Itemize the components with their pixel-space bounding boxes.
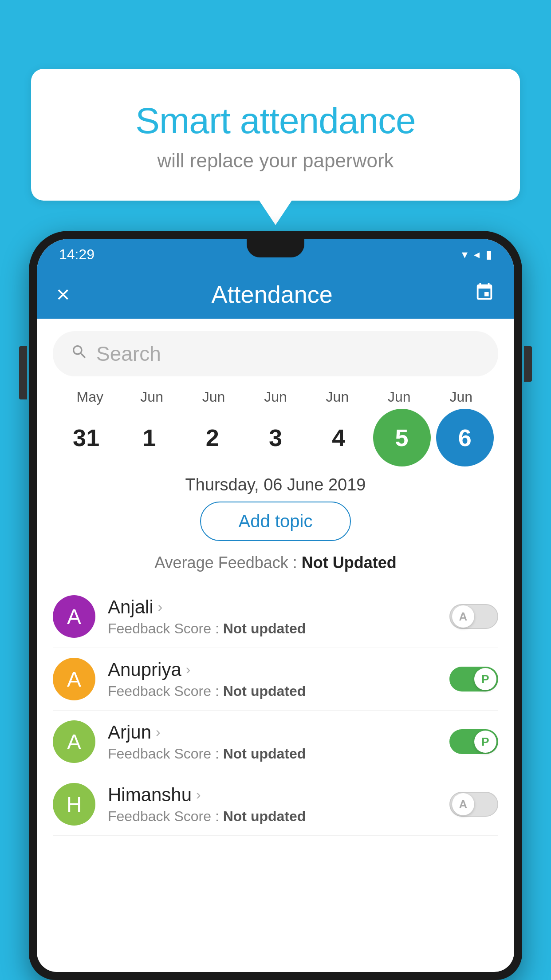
student-name-arjun: Arjun › [108,722,441,743]
student-info-anjali: Anjali › Feedback Score : Not updated [95,597,441,637]
search-bar[interactable]: Search [53,331,498,376]
day-6-selected[interactable]: 6 [436,409,494,466]
month-5: Jun [370,389,428,405]
phone-frame: 14:29 ▾ ◂ ▮ × Attendance S [29,231,522,980]
toggle-knob-himanshu: A [452,793,474,815]
date-label: Thursday, 06 June 2019 [37,475,514,494]
day-4[interactable]: 4 [310,409,367,466]
student-info-anupriya: Anupriya › Feedback Score : Not updated [95,659,441,699]
avg-feedback: Average Feedback : Not Updated [37,553,514,572]
calendar-months: May Jun Jun Jun Jun Jun Jun [50,389,501,405]
student-row-arjun[interactable]: A Arjun › Feedback Score : Not updated P [53,711,498,773]
toggle-switch-arjun[interactable]: P [449,729,498,754]
avatar-arjun: A [53,720,95,763]
student-row-anupriya[interactable]: A Anupriya › Feedback Score : Not update… [53,648,498,711]
speech-bubble-container: Smart attendance will replace your paper… [31,69,520,201]
volume-right [524,346,532,382]
student-row-himanshu[interactable]: H Himanshu › Feedback Score : Not update… [53,773,498,836]
day-5-today[interactable]: 5 [373,409,431,466]
search-icon [71,343,88,365]
student-name-himanshu: Himanshu › [108,784,441,806]
avatar-himanshu: H [53,783,95,826]
student-feedback-anjali: Feedback Score : Not updated [108,620,441,637]
month-6: Jun [432,389,490,405]
chevron-icon: › [186,661,191,678]
wifi-icon: ▾ [462,248,468,261]
student-row-anjali[interactable]: A Anjali › Feedback Score : Not updated … [53,585,498,648]
add-topic-button[interactable]: Add topic [200,502,351,541]
student-feedback-anupriya: Feedback Score : Not updated [108,683,441,699]
bubble-title: Smart attendance [58,100,493,142]
student-info-arjun: Arjun › Feedback Score : Not updated [95,722,441,762]
month-2: Jun [185,389,243,405]
toggle-knob-anupriya: P [474,668,496,690]
toggle-switch-anupriya[interactable]: P [449,667,498,692]
month-0: May [61,389,119,405]
volume-left [19,346,27,399]
calendar-days: 31 1 2 3 4 5 6 [50,409,501,466]
day-2[interactable]: 2 [184,409,241,466]
chevron-icon: › [156,724,161,740]
day-3[interactable]: 3 [247,409,304,466]
chevron-icon: › [158,599,163,615]
month-4: Jun [308,389,366,405]
toggle-arjun[interactable]: P [449,729,498,754]
toggle-knob-anjali: A [452,605,474,628]
toggle-switch-anjali[interactable]: A [449,604,498,629]
signal-icon: ◂ [474,248,480,261]
calendar-icon[interactable] [474,282,495,307]
student-list: A Anjali › Feedback Score : Not updated … [37,585,514,836]
battery-icon: ▮ [486,248,492,261]
toggle-switch-himanshu[interactable]: A [449,792,498,817]
search-input-label[interactable]: Search [96,342,161,366]
toggle-anupriya[interactable]: P [449,667,498,692]
student-name-anjali: Anjali › [108,597,441,618]
day-31[interactable]: 31 [57,409,115,466]
toggle-himanshu[interactable]: A [449,792,498,817]
month-3: Jun [247,389,304,405]
toggle-knob-arjun: P [474,731,496,753]
speech-bubble: Smart attendance will replace your paper… [31,69,520,201]
bubble-subtitle: will replace your paperwork [58,150,493,172]
calendar-strip: May Jun Jun Jun Jun Jun Jun 31 1 2 3 4 5… [37,389,514,466]
chevron-icon: › [196,786,201,803]
student-feedback-himanshu: Feedback Score : Not updated [108,808,441,825]
toggle-anjali[interactable]: A [449,604,498,629]
student-feedback-arjun: Feedback Score : Not updated [108,746,441,762]
avatar-anupriya: A [53,658,95,700]
avg-feedback-value: Not Updated [302,553,397,572]
student-name-anupriya: Anupriya › [108,659,441,680]
month-1: Jun [123,389,181,405]
day-1[interactable]: 1 [120,409,178,466]
close-button[interactable]: × [56,283,70,306]
phone-notch [247,239,304,257]
status-icons: ▾ ◂ ▮ [462,248,492,261]
status-time: 14:29 [59,246,94,263]
app-header: × Attendance [37,270,514,319]
header-title: Attendance [212,281,333,308]
avg-feedback-label: Average Feedback : [154,553,302,572]
student-info-himanshu: Himanshu › Feedback Score : Not updated [95,784,441,825]
avatar-anjali: A [53,595,95,638]
phone-screen: 14:29 ▾ ◂ ▮ × Attendance S [37,239,514,972]
